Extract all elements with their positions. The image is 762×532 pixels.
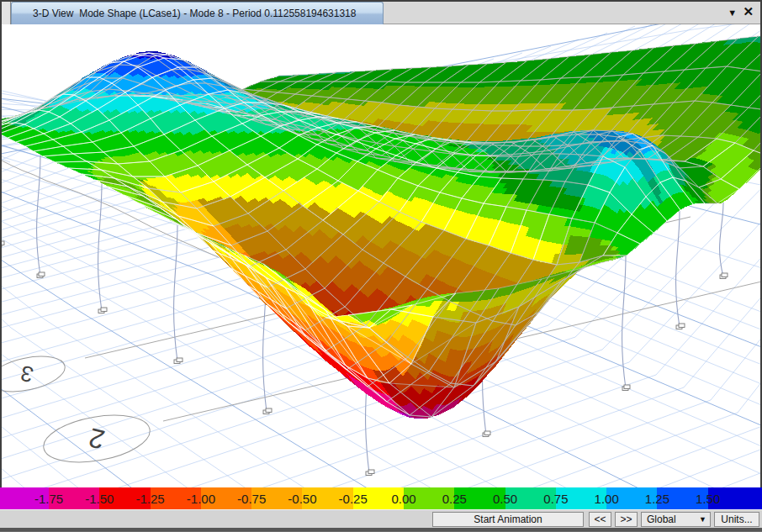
svg-text:2: 2 [86,422,108,455]
svg-text:3: 3 [18,361,35,388]
